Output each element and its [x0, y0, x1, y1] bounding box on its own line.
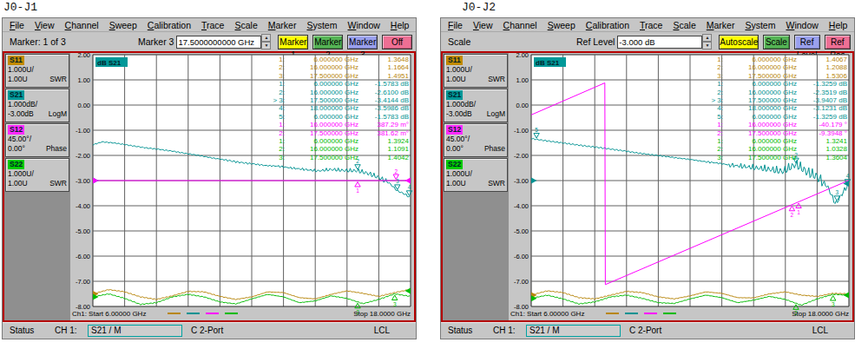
trace-format-label: Phase — [484, 144, 505, 154]
marker-readout-row: 2:16.000000 GHz1.1091 — [270, 145, 409, 153]
trace-ref-label: -3.00dB — [446, 109, 472, 119]
toolbar-field-label: Marker 3 — [138, 36, 174, 47]
toolbar-context-label: Marker: 1 of 3 — [10, 36, 138, 47]
menu-window[interactable]: Window — [780, 20, 823, 30]
trace-button-s12[interactable]: S1245.00°/0.00°Phase — [5, 123, 69, 157]
toolbar-button-marker-3[interactable]: Marker 3 — [347, 35, 378, 49]
trace-name-chip: S21 — [8, 90, 24, 100]
active-trace-chip-label: dB S21 — [97, 59, 122, 67]
menu-trace[interactable]: Trace — [635, 20, 667, 30]
trace-button-s21[interactable]: S211.000dB/-3.00dBLogM — [444, 89, 508, 122]
y-axis-tick-label: -3.00 — [514, 177, 529, 185]
marker-frequency: 17.500000 GHz — [723, 96, 797, 104]
marker-readout-row: 2:16.000000 GHz-2.6100 dB — [270, 89, 409, 96]
toolbar-button-scale[interactable]: Scale — [763, 35, 789, 49]
marker-frequency: 16.000000 GHz — [285, 121, 358, 128]
toolbar-button-marker-2[interactable]: Marker 2 — [312, 35, 343, 49]
toolbar: Scale Ref Level ▲▼ AutoscaleScaleRef Lev… — [441, 32, 854, 51]
marker-value: 1.5306 — [797, 72, 847, 80]
menu-view[interactable]: View — [468, 20, 498, 30]
spinner-up-icon[interactable]: ▲ — [702, 34, 712, 42]
y-axis-tick-label: 0.00 — [516, 102, 529, 109]
trace-scale-label: 1.000dB/ — [446, 100, 505, 109]
marker-value: -2.3519 dB — [797, 89, 847, 96]
trace-format-label: SWR — [49, 75, 67, 84]
y-axis-tick-label: -1.00 — [514, 127, 529, 135]
svg-text:3: 3 — [393, 301, 397, 307]
marker-number: 4: — [708, 104, 723, 112]
measurement-box[interactable]: S21 / M — [88, 325, 182, 337]
menu-view[interactable]: View — [30, 20, 60, 30]
trace-ref-label: 1.00U — [446, 75, 466, 84]
trace-button-s11[interactable]: S111.000U/1.00USWR — [444, 54, 508, 88]
marker-readout-row: 2:16.000000 GHz1.0328 — [708, 145, 847, 153]
y-axis-tick-label: -5.00 — [514, 227, 529, 235]
menu-scale[interactable]: Scale — [229, 20, 262, 30]
trace-button-s11[interactable]: S111.000U/1.00USWR — [5, 54, 69, 88]
marker-frequency: 16.000000 GHz — [723, 89, 797, 96]
marker-value: 1.2088 — [797, 63, 847, 71]
channel-label: CH 1: — [55, 326, 88, 335]
menu-help[interactable]: Help — [824, 20, 853, 30]
toolbar: Marker: 1 of 3 Marker 3 ▲▼ Marker 1Marke… — [3, 32, 416, 51]
menu-file[interactable]: File — [4, 20, 30, 30]
toolbar-button-ref-level[interactable]: Ref Level — [794, 35, 820, 49]
menu-help[interactable]: Help — [385, 20, 415, 30]
toolbar-button-autoscale[interactable]: Autoscale — [719, 35, 759, 49]
marker-frequency: 6.000000 GHz — [723, 113, 797, 121]
trace-button-s22[interactable]: S221.000U/1.00USWR — [5, 158, 69, 192]
menu-system[interactable]: System — [740, 20, 780, 30]
menu-trace[interactable]: Trace — [196, 20, 229, 30]
menu-sweep[interactable]: Sweep — [542, 20, 581, 30]
marker-value: 1.3924 — [358, 137, 409, 145]
menu-scale[interactable]: Scale — [667, 20, 700, 30]
menu-channel[interactable]: Channel — [60, 20, 104, 30]
toolbar-buttons: Marker 1Marker 2Marker 3Off — [278, 35, 416, 49]
y-axis-tick-label: -7.00 — [76, 278, 90, 286]
toolbar-context-label: Scale — [448, 36, 576, 47]
marker-number: 3: — [270, 72, 285, 80]
marker-number: 4: — [270, 104, 285, 112]
marker-readout-row: 3:17.500000 GHz1.3604 — [708, 154, 847, 161]
toolbar-button-marker-1[interactable]: Marker 1 — [278, 35, 308, 49]
trace-button-s22[interactable]: S221.000U/1.00USWR — [444, 158, 508, 192]
menu-sweep[interactable]: Sweep — [104, 20, 142, 30]
measurement-box[interactable]: S21 / M — [526, 325, 621, 337]
marker-readout-row: 1:6.000000 GHz1.4067 — [708, 56, 847, 63]
menu-calibration[interactable]: Calibration — [581, 20, 635, 30]
marker-readout-row: 4:18.000000 GHz-3.5986 dB — [270, 104, 409, 112]
menu-system[interactable]: System — [301, 20, 342, 30]
spinner-down-icon[interactable]: ▼ — [261, 42, 271, 49]
trace-button-s12[interactable]: S1245.00°/0.00°Phase — [444, 123, 508, 157]
toolbar-button-off[interactable]: Off — [382, 35, 412, 49]
y-axis-tick-label: -4.00 — [514, 202, 529, 210]
svg-text:3: 3 — [835, 189, 838, 195]
y-axis-tick-label: -5.00 — [76, 227, 90, 235]
menu-channel[interactable]: Channel — [498, 20, 542, 30]
spinner[interactable]: ▲▼ — [702, 34, 712, 49]
menu-marker[interactable]: Marker — [701, 20, 740, 30]
toolbar-value-input[interactable] — [176, 36, 261, 49]
toolbar-button-ref-pos[interactable]: Ref Pos — [825, 35, 851, 49]
svg-text:4: 4 — [408, 184, 411, 190]
marker-number: 1: — [270, 56, 285, 63]
menu-marker[interactable]: Marker — [263, 20, 302, 30]
spinner-up-icon[interactable]: ▲ — [261, 34, 271, 42]
trace-button-s21[interactable]: S211.000dB/-3.00dBLogM — [5, 89, 69, 122]
marker-readout-row: 1:6.000000 GHz1.3924 — [270, 137, 409, 145]
y-axis-tick-label: 2.00 — [516, 53, 529, 59]
menu-window[interactable]: Window — [342, 20, 385, 30]
spinner[interactable]: ▲▼ — [261, 34, 271, 49]
menu-calibration[interactable]: Calibration — [142, 20, 196, 30]
marker-readout-row: 3:17.500000 GHz1.5306 — [708, 72, 847, 80]
y-axis-tick-label: 1.00 — [516, 76, 529, 84]
window-caption-2: J0-J2 — [462, 1, 496, 14]
trace-name-chip: S11 — [446, 56, 463, 65]
menu-file[interactable]: File — [443, 20, 468, 30]
trace-ref-label: 1.00U — [8, 179, 28, 188]
trace-panel: S111.000U/1.00USWRS211.000dB/-3.00dBLogM… — [443, 53, 509, 320]
marker-number: 2: — [270, 63, 285, 71]
toolbar-value-input[interactable] — [617, 36, 702, 49]
y-axis-tick-label: 0.00 — [77, 102, 90, 109]
spinner-down-icon[interactable]: ▼ — [702, 42, 712, 49]
